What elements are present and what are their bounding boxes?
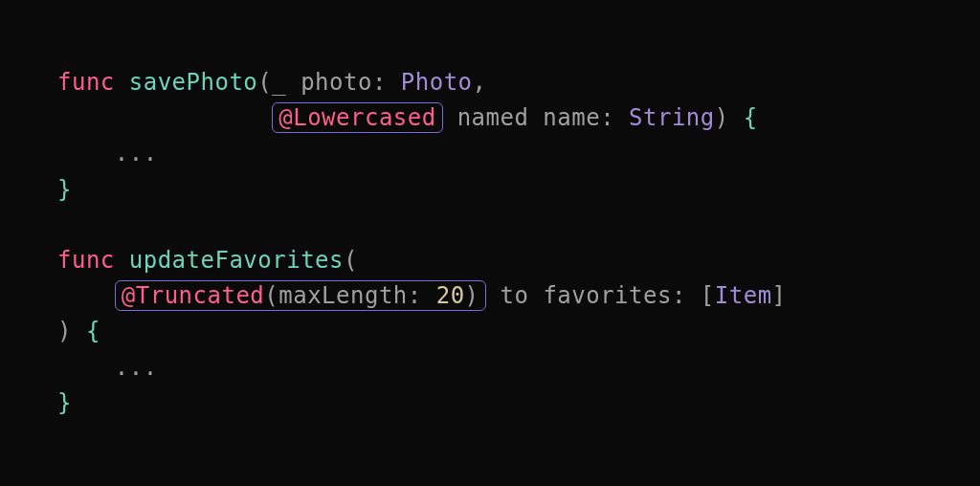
- param-name: photo: [301, 69, 372, 96]
- open-paren: (: [344, 247, 358, 274]
- open-paren: (: [257, 69, 272, 96]
- keyword-func: func: [57, 69, 115, 96]
- function-name: updateFavorites: [129, 247, 344, 274]
- open-brace: {: [744, 104, 758, 131]
- colon: :: [408, 282, 422, 309]
- param-label: to: [501, 282, 529, 309]
- attribute-highlight: @Lowercased: [272, 102, 442, 133]
- attr-arg-label: maxLength: [278, 282, 408, 309]
- type: Item: [715, 282, 772, 309]
- keyword-func: func: [57, 247, 115, 274]
- close-brace: }: [57, 176, 72, 203]
- code-block: func savePhoto(_ photo: Photo, @Lowercas…: [57, 65, 923, 421]
- number-literal: 20: [436, 282, 465, 309]
- colon: :: [672, 282, 686, 309]
- open-brace: {: [86, 318, 100, 344]
- attribute-highlight: @Truncated(maxLength: 20): [115, 280, 486, 311]
- close-brace: }: [57, 389, 72, 416]
- param-name: favorites: [543, 282, 672, 309]
- comma: ,: [473, 69, 487, 96]
- close-paren: ): [57, 318, 72, 344]
- attribute: @Truncated: [122, 282, 265, 309]
- open-bracket: [: [701, 282, 715, 309]
- open-paren: (: [264, 282, 278, 309]
- type: Photo: [401, 69, 473, 96]
- param-label: _: [272, 69, 286, 96]
- close-paren: ): [465, 282, 479, 309]
- colon: :: [372, 69, 387, 96]
- colon: :: [600, 104, 614, 131]
- body-ellipsis: ...: [115, 140, 158, 166]
- param-label: named: [457, 104, 529, 131]
- close-paren: ): [715, 104, 729, 131]
- param-name: name: [543, 104, 600, 131]
- function-name: savePhoto: [129, 69, 258, 96]
- body-ellipsis: ...: [115, 354, 158, 381]
- close-bracket: ]: [772, 282, 787, 309]
- attribute: @Lowercased: [278, 104, 435, 131]
- type: String: [629, 104, 715, 131]
